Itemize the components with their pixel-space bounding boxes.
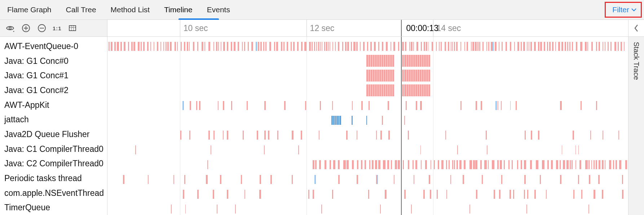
svg-rect-3 — [69, 26, 76, 31]
thread-row[interactable]: Java: C2 CompilerThread0 — [0, 156, 107, 171]
time-cursor-label: 00:00:13 — [406, 23, 438, 33]
thread-list: AWT-EventQueue-0Java: G1 Conc#0Java: G1 … — [0, 37, 107, 215]
svg-point-0 — [9, 27, 11, 29]
stack-trace-label: Stack Trace — [632, 42, 640, 80]
timeline-row — [107, 113, 628, 128]
tab-timeline[interactable]: Timeline — [157, 0, 200, 19]
thread-row[interactable]: AWT-AppKit — [0, 98, 107, 113]
timeline-row — [107, 98, 628, 113]
thread-row[interactable]: AWT-EventQueue-0 — [0, 39, 107, 54]
view-tabs: Flame Graph Call Tree Method List Timeli… — [0, 0, 644, 20]
timeline-row — [107, 172, 628, 187]
thread-row[interactable]: com.apple.NSEventThread — [0, 186, 107, 201]
ruler-tick-label: 10 sec — [184, 23, 208, 33]
tab-call-tree[interactable]: Call Tree — [59, 0, 103, 19]
collapse-stack-trace-button[interactable] — [628, 20, 644, 36]
timeline-row — [107, 69, 628, 83]
thread-row[interactable]: Periodic tasks thread — [0, 171, 107, 186]
timeline-row — [107, 39, 628, 54]
zoom-reset-button[interactable]: 1:1 — [53, 25, 62, 31]
tab-events[interactable]: Events — [200, 0, 237, 19]
stack-trace-panel[interactable]: Stack Trace — [628, 37, 644, 215]
fit-selection-button[interactable] — [67, 23, 78, 33]
visibility-dropdown[interactable] — [5, 23, 15, 33]
thread-row[interactable]: Java: C1 CompilerThread0 — [0, 142, 107, 157]
ruler-tick — [180, 20, 180, 36]
tab-method-list[interactable]: Method List — [103, 0, 157, 19]
thread-row[interactable]: jattach — [0, 112, 107, 127]
timeline-toolbar: 1:1 — [0, 20, 107, 36]
timeline-row — [107, 128, 628, 142]
thread-row[interactable]: Java: G1 Conc#0 — [0, 54, 107, 69]
ruler-tick — [306, 20, 307, 36]
zoom-in-button[interactable] — [21, 23, 31, 33]
timeline-row — [107, 54, 628, 69]
thread-row[interactable]: Java: G1 Conc#2 — [0, 83, 107, 98]
zoom-out-button[interactable] — [37, 23, 47, 33]
filter-dropdown[interactable]: Filter — [605, 2, 642, 18]
timeline-row — [107, 187, 628, 202]
ruler-tick-label: 14 sec — [437, 23, 461, 33]
timeline-row — [107, 157, 628, 172]
timeline-row — [107, 142, 628, 157]
thread-row[interactable]: TimerQueue — [0, 200, 107, 215]
thread-row[interactable]: Java2D Queue Flusher — [0, 127, 107, 142]
time-cursor[interactable] — [401, 20, 402, 36]
chevron-down-icon — [631, 8, 636, 12]
ruler-tick-label: 12 sec — [310, 23, 335, 33]
tab-flame-graph[interactable]: Flame Graph — [0, 0, 59, 19]
time-ruler[interactable]: 10 sec12 sec14 sec00:00:13 — [107, 20, 628, 36]
timeline-row — [107, 83, 628, 98]
timeline-chart[interactable] — [107, 37, 628, 215]
thread-row[interactable]: Java: G1 Conc#1 — [0, 68, 107, 83]
timeline-row — [107, 202, 628, 215]
